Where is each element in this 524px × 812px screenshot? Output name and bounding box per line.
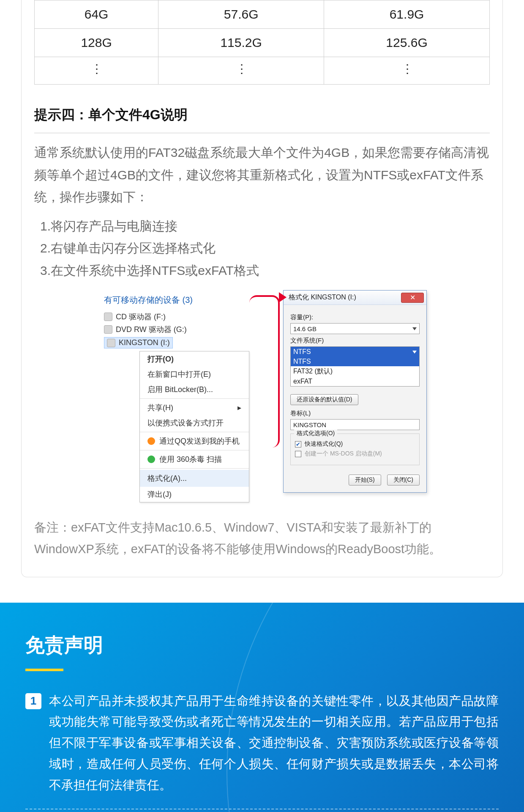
disclaimer-title: 免责声明 (25, 632, 499, 658)
chevron-down-icon (412, 327, 417, 330)
chevron-down-icon (412, 351, 417, 354)
vdots: ⋮ (324, 57, 490, 85)
device-label: CD 驱动器 (F:) (116, 312, 166, 322)
filesystem-label: 文件系统(F) (290, 337, 420, 345)
ctx-share[interactable]: 共享(H)▸ (140, 400, 249, 415)
close-button[interactable]: ✕ (401, 293, 424, 303)
info-card: 64G 57.6G 61.9G 128G 115.2G 125.6G ⋮ ⋮ ⋮… (21, 0, 503, 577)
table-row: 128G 115.2G 125.6G (35, 29, 490, 57)
ctx-bitlocker[interactable]: 启用 BitLocker(B)... (140, 382, 249, 397)
tip4-note: 备注：exFAT文件支持Mac10.6.5、Window7、VISTA和安装了最… (34, 517, 490, 560)
number-badge: 1 (25, 693, 41, 709)
format-diagram: 有可移动存储的设备 (3) CD 驱动器 (F:) DVD RW 驱动器 (G:… (34, 290, 490, 502)
dialog-title: 格式化 KINGSTON (I:) (289, 293, 356, 302)
dialog-titlebar: 格式化 KINGSTON (I:) ✕ (284, 291, 426, 305)
step: 3.在文件系统中选择NTFS或exFAT格式 (40, 260, 490, 282)
checkbox-icon: ✔ (295, 441, 301, 447)
step: 2.右键单击闪存分区选择格式化 (40, 237, 490, 260)
fs-option[interactable]: NTFS (291, 357, 419, 366)
qq-icon (147, 437, 155, 445)
device-row-selected[interactable]: KINGSTON (I:) (104, 337, 173, 348)
tip4-body: 通常系统默认使用的FAT32磁盘系统最大单个文件为4GB，如果您需要存储高清视频… (34, 142, 490, 208)
device-label: KINGSTON (I:) (119, 338, 170, 347)
ctx-qq[interactable]: 通过QQ发送到我的手机 (140, 433, 249, 449)
explorer-header: 有可移动存储的设备 (3) (104, 294, 249, 306)
disclaimer-text: 本公司产品并未授权其产品用于生命维持设备的关键性零件，以及其他因产品故障或功能失… (49, 691, 499, 796)
checkbox-icon (295, 451, 301, 457)
dashed-divider (25, 809, 499, 809)
volume-label: 卷标(L) (290, 409, 420, 417)
arrow-icon (249, 290, 283, 442)
capacity-table: 64G 57.6G 61.9G 128G 115.2G 125.6G ⋮ ⋮ ⋮ (34, 0, 490, 85)
cell: 125.6G (324, 29, 490, 57)
format-dialog: 格式化 KINGSTON (I:) ✕ 容量(P): 14.6 GB 文件系统(… (283, 290, 427, 493)
step: 1.将闪存产品与电脑连接 (40, 215, 490, 238)
format-options-group: 格式化选项(O) ✔ 快速格式化(Q) 创建一个 MS-DOS 启动盘(M) (290, 433, 420, 465)
table-row: ⋮ ⋮ ⋮ (35, 57, 490, 85)
quick-format-checkbox[interactable]: ✔ 快速格式化(Q) (295, 440, 415, 448)
vdots: ⋮ (158, 57, 324, 85)
cell: 115.2G (158, 29, 324, 57)
device-row[interactable]: CD 驱动器 (F:) (104, 312, 249, 322)
ctx-format[interactable]: 格式化(A)... (140, 470, 249, 487)
ctx-new-window[interactable]: 在新窗口中打开(E) (140, 367, 249, 382)
ctx-antivirus[interactable]: 使用 360杀毒 扫描 (140, 452, 249, 467)
drive-icon (104, 325, 112, 334)
capacity-label: 容量(P): (290, 313, 420, 321)
cell: 61.9G (324, 0, 490, 29)
context-menu: 打开(O) 在新窗口中打开(E) 启用 BitLocker(B)... 共享(H… (139, 351, 249, 502)
ctx-portable[interactable]: 以便携式设备方式打开 (140, 415, 249, 431)
restore-defaults-button[interactable]: 还原设备的默认值(D) (290, 394, 358, 405)
drive-icon (104, 313, 112, 321)
cell: 64G (35, 0, 158, 29)
vdots: ⋮ (35, 57, 158, 85)
ctx-open[interactable]: 打开(O) (140, 351, 249, 367)
msdos-boot-checkbox[interactable]: 创建一个 MS-DOS 启动盘(M) (295, 450, 415, 458)
fs-option[interactable]: exFAT (291, 377, 419, 386)
device-row[interactable]: DVD RW 驱动器 (G:) (104, 324, 249, 335)
device-label: DVD RW 驱动器 (G:) (116, 324, 187, 335)
cell: 128G (35, 29, 158, 57)
explorer-panel: 有可移动存储的设备 (3) CD 驱动器 (F:) DVD RW 驱动器 (G:… (97, 290, 249, 502)
table-row: 64G 57.6G 61.9G (35, 0, 490, 29)
divider (34, 133, 490, 133)
volume-input[interactable]: KINGSTON (290, 419, 420, 430)
drive-icon (107, 339, 115, 347)
capacity-select[interactable]: 14.6 GB (290, 323, 420, 334)
accent-bar (25, 669, 63, 671)
close-dialog-button[interactable]: 关闭(C) (387, 475, 420, 486)
ctx-eject[interactable]: 弹出(J) (140, 487, 249, 502)
disclaimer-section: 免责声明 1 本公司产品并未授权其产品用于生命维持设备的关键性零件，以及其他因产… (0, 603, 524, 812)
fs-option[interactable]: FAT32 (默认) (291, 366, 419, 377)
disclaimer-item: 1 本公司产品并未授权其产品用于生命维持设备的关键性零件，以及其他因产品故障或功… (25, 691, 499, 796)
steps-list: 1.将闪存产品与电脑连接 2.右键单击闪存分区选择格式化 3.在文件系统中选择N… (40, 215, 490, 282)
cell: 57.6G (158, 0, 324, 29)
filesystem-select[interactable]: NTFS NTFS FAT32 (默认) exFAT (290, 346, 420, 387)
shield-icon (147, 455, 155, 463)
tip4-title: 提示四：单个文件4G说明 (34, 106, 490, 124)
start-button[interactable]: 开始(S) (349, 475, 381, 486)
